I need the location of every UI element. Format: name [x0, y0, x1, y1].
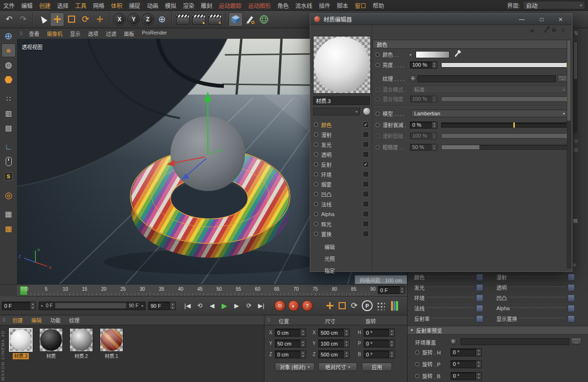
coordinate-mode-dropdown[interactable]: 对象 (相对)▾	[275, 363, 315, 371]
material-thumbnail[interactable]	[69, 328, 93, 352]
viewport-menu-item[interactable]: 过滤	[102, 30, 120, 37]
menu-item[interactable]: 动画	[144, 1, 162, 9]
stepper-arrows[interactable]: ▴▾	[399, 286, 405, 294]
texture-arrow-button[interactable]: ▸	[410, 75, 417, 82]
channel-checkbox[interactable]	[363, 181, 369, 187]
step-up-icon[interactable]: ▴	[344, 340, 349, 344]
step-down-icon[interactable]: ▾	[300, 355, 306, 358]
viewport-menu-item[interactable]: 面板	[120, 30, 138, 37]
z-axis-lock-button[interactable]: Z	[142, 13, 154, 26]
material-page-item[interactable]: 编辑	[312, 241, 372, 252]
redo-button[interactable]: ↷	[16, 12, 30, 26]
minimize-button[interactable]: —	[513, 14, 530, 25]
stepper-arrows[interactable]: ▴▾	[476, 373, 481, 380]
material-list-area[interactable]: MAXON CINEMA 4D 材质.3材质材质.2材质.1	[0, 325, 264, 382]
material-channel-row[interactable]: 置换	[312, 229, 372, 239]
swap-panel-icon[interactable]: ⇅	[574, 30, 578, 36]
stepper-arrows[interactable]: ▴▾	[343, 340, 349, 347]
timeline-ruler[interactable]: 051015202530354045505560657075808590 0 F…	[17, 284, 407, 296]
render-view-button[interactable]	[176, 14, 189, 25]
render-settings-button[interactable]: ≡	[208, 14, 222, 25]
material-preview[interactable]	[313, 36, 371, 94]
last-tool-button[interactable]	[93, 12, 107, 26]
stepper-arrows[interactable]: ▴▾	[170, 302, 175, 310]
animation-dot-icon[interactable]	[415, 350, 419, 355]
menu-item[interactable]: 窗口	[351, 1, 369, 9]
step-up-icon[interactable]: ▴	[389, 340, 394, 344]
viewport-menu-item[interactable]: 查看	[25, 30, 43, 37]
material-channel-row[interactable]: 辉光	[312, 219, 372, 229]
rotate-tool-button[interactable]: ⟳	[348, 300, 360, 312]
rotation-field[interactable]: 0 °▴▾	[451, 372, 482, 380]
step-down-icon[interactable]: ▾	[389, 333, 394, 337]
material-channel-row[interactable]: 法线	[312, 199, 372, 209]
channel-led-icon[interactable]	[314, 122, 318, 127]
size-field[interactable]: 100 cm▴▾	[318, 339, 349, 347]
step-up-icon[interactable]: ▴	[476, 361, 481, 365]
subdivision-surface-button[interactable]	[257, 12, 271, 26]
panel-grip-icon[interactable]: ⠿	[17, 31, 25, 36]
scroll-right-icon[interactable]: ▸	[140, 304, 145, 308]
material-channel-row[interactable]: 漫射	[312, 130, 372, 139]
material-name-field[interactable]: 材质.3	[313, 96, 370, 105]
stepper-arrows[interactable]: ▴▾	[343, 329, 349, 336]
ruler-frame-field[interactable]: 0 F ▴▾	[378, 286, 405, 294]
position-field[interactable]: 0 cm▴▾	[275, 350, 306, 358]
rotation-field[interactable]: 0 °▴▾	[451, 360, 482, 368]
brightness-slider[interactable]	[441, 62, 568, 68]
mix-strength-slider[interactable]	[441, 96, 568, 102]
channel-checkbox[interactable]	[363, 191, 369, 197]
step-up-icon[interactable]: ▴	[344, 351, 349, 355]
next-frame-button[interactable]: ▶	[230, 300, 243, 312]
menu-item[interactable]: 帮助	[369, 1, 387, 9]
back-arrow-icon[interactable]: ◀	[529, 27, 533, 34]
environment-texture-field[interactable]	[460, 338, 569, 345]
material-channel-row[interactable]: 透明	[312, 149, 372, 159]
panel-scrollbar[interactable]	[573, 42, 578, 132]
menu-item[interactable]: 渲染	[179, 1, 197, 9]
menu-item[interactable]: 网格	[90, 1, 108, 9]
channel-checkbox[interactable]: ✓	[363, 122, 369, 128]
stepper-arrows[interactable]: ▴▾	[431, 144, 437, 150]
menu-item[interactable]: 创建	[36, 1, 54, 9]
menu-item[interactable]: 脚本	[333, 1, 351, 9]
menu-item[interactable]: 工具	[72, 1, 90, 9]
channel-toggle-checkbox[interactable]	[476, 305, 483, 312]
stepper-arrows[interactable]: ▴▾	[476, 361, 481, 368]
material-item[interactable]: 材质.1	[98, 328, 125, 359]
step-down-icon[interactable]: ▾	[300, 333, 306, 337]
spline-pen-button[interactable]	[243, 12, 257, 26]
stepper-arrows[interactable]: ▴▾	[300, 329, 306, 336]
material-item[interactable]: 材质	[38, 328, 64, 359]
view-label[interactable]: 透视视图	[22, 43, 43, 51]
channel-led-icon[interactable]	[314, 142, 318, 147]
panel-grip-icon[interactable]: ⠿	[0, 318, 8, 323]
animation-dot-icon[interactable]	[375, 123, 380, 127]
channel-toggle-checkbox[interactable]	[476, 295, 483, 302]
menu-item[interactable]: 选择	[54, 1, 72, 9]
step-down-icon[interactable]: ▾	[432, 125, 437, 128]
channel-checkbox[interactable]	[363, 171, 369, 177]
editor-scrollbar[interactable]	[567, 40, 571, 269]
channel-led-icon[interactable]	[314, 162, 318, 166]
step-up-icon[interactable]: ▴	[344, 329, 349, 333]
collapse-triangle-icon[interactable]: ▼	[408, 328, 416, 332]
end-frame-field[interactable]: 90 F ▴▾	[148, 302, 176, 310]
animation-dot-icon[interactable]	[375, 52, 380, 57]
current-frame-field[interactable]: 0 F ▴▾	[2, 302, 36, 310]
list-panel-icon[interactable]: ≡	[573, 262, 576, 268]
menu-item[interactable]: 模拟	[162, 1, 179, 9]
step-down-icon[interactable]: ▾	[476, 352, 481, 356]
material-page-item[interactable]: 光照	[312, 252, 372, 264]
step-down-icon[interactable]: ▾	[432, 65, 437, 68]
channel-led-icon[interactable]	[314, 202, 318, 206]
rotate-tool-button[interactable]: ⟳	[78, 12, 93, 26]
step-up-icon[interactable]: ▴	[476, 373, 481, 376]
step-up-icon[interactable]: ▴	[30, 302, 35, 306]
sidebar-workplane-lock-button[interactable]: ▦	[1, 207, 16, 221]
stepper-arrows[interactable]: ▴▾	[431, 62, 437, 68]
scale-tool-button[interactable]	[64, 12, 78, 26]
interface-dropdown[interactable]: 启动 ▾	[523, 1, 585, 9]
preview-shape-button[interactable]	[363, 107, 371, 115]
channel-toggle-checkbox[interactable]	[568, 274, 575, 281]
